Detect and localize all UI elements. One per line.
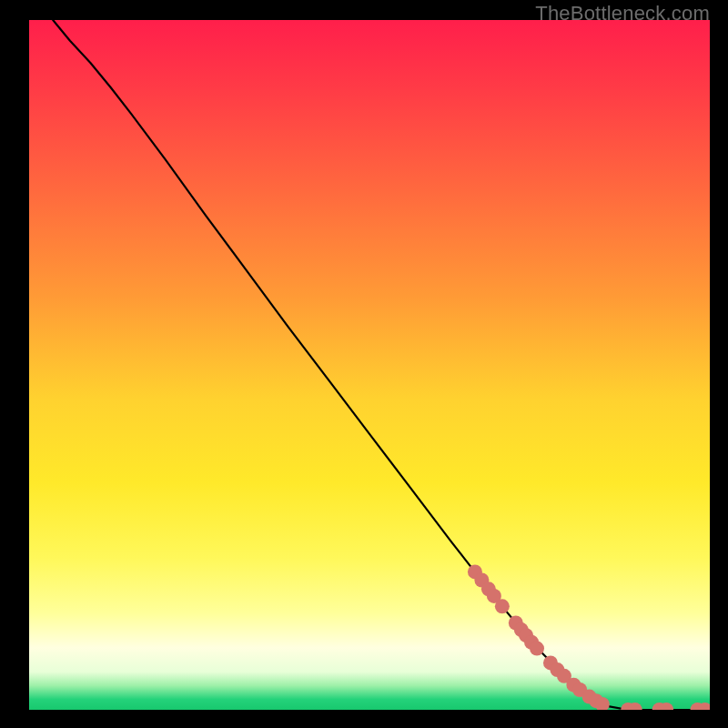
chart-plot (29, 20, 710, 710)
data-marker (495, 599, 510, 613)
data-marker (530, 642, 544, 656)
gradient-background (29, 20, 710, 710)
chart-frame: TheBottleneck.com (0, 0, 728, 728)
